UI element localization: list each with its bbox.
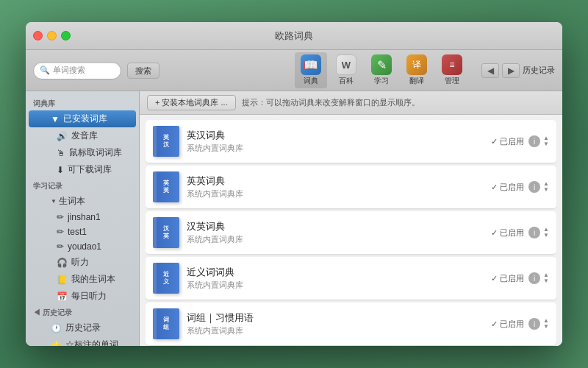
dict-info-1: 英汉词典 系统内置词典库 [187,129,491,154]
sidebar: 词典库 ▼ 已安装词库 🔊 发音库 🖱 鼠标取词词库 ⬇ 可下载词库 学习 [26,91,140,346]
nav-forward-button[interactable]: ▶ [502,63,520,78]
download-icon: ⬇ [57,165,64,175]
add-dict-button[interactable]: + 安装本地词典库 ... [147,95,236,110]
sort-arrows-5: ▲ ▼ [543,318,549,330]
wiki-icon: W [336,54,356,75]
sidebar-item-cursor-label: 鼠标取词词库 [69,146,122,159]
sidebar-item-audio-label: 发音库 [71,130,98,142]
dict-item-synonym[interactable]: 近义 近义词词典 系统内置词典库 ✓ 已启用 i ▲ ▼ [146,257,556,300]
sort-down-5[interactable]: ▼ [543,324,549,330]
toolbar-icons: 📖 词典 W 百科 ✎ 学习 译 翻译 ≡ 管理 [295,52,468,88]
sort-arrows-1: ▲ ▼ [543,135,549,147]
sidebar-item-test1[interactable]: ✏ test1 [29,224,136,239]
toolbar-manage-label: 管理 [445,76,459,86]
nav-back-button[interactable]: ◀ [481,63,499,78]
maximize-button[interactable] [61,31,71,40]
dict-item-phrase[interactable]: 词组 词组｜习惯用语 系统内置词典库 ✓ 已启用 i ▲ ▼ [146,302,556,346]
dict-list: 英汉 英汉词典 系统内置词典库 ✓ 已启用 i ▲ ▼ [140,115,562,346]
info-btn-5[interactable]: i [528,318,540,330]
toolbar-wiki-btn[interactable]: W 百科 [330,52,362,88]
search-button[interactable]: 搜索 [127,63,159,79]
dict-icon: 📖 [301,54,321,75]
dict-item-zh-en[interactable]: 英汉 英汉词典 系统内置词典库 ✓ 已启用 i ▲ ▼ [146,120,556,163]
dict-name-1: 英汉词典 [187,129,491,142]
toolbar-translate-btn[interactable]: 译 翻译 [401,52,433,88]
sort-down-4[interactable]: ▼ [543,278,549,284]
history-label: 历史记录 [523,65,555,76]
dict-item-en-zh[interactable]: 英英 英英词典 系统内置词典库 ✓ 已启用 i ▲ ▼ [146,166,556,209]
toolbar-wiki-label: 百科 [339,76,354,86]
sidebar-item-dailylisten-label: 每日听力 [71,290,107,302]
content-toolbar: + 安装本地词典库 ... 提示：可以拖动词典来改变解释窗口的显示顺序。 [140,91,562,115]
sidebar-item-download[interactable]: ⬇ 可下载词库 [29,161,136,178]
sidebar-item-youdao1-label: youdao1 [68,241,101,252]
toolbar: 🔍 单词搜索 搜索 📖 词典 W 百科 ✎ 学习 译 [26,50,562,91]
toolbar-manage-btn[interactable]: ≡ 管理 [436,52,468,88]
sidebar-item-jinshan1[interactable]: ✏ jinshan1 [29,210,136,224]
dict-book-icon-5: 词组 [153,308,179,339]
sidebar-item-myvocab-label: 我的生词本 [71,273,115,286]
sidebar-item-starred[interactable]: ⭐ ☆标注的单词 [29,336,136,346]
sort-down-2[interactable]: ▼ [543,187,549,193]
sidebar-item-cursor[interactable]: 🖱 鼠标取词词库 [29,144,136,161]
sidebar-section-learn: 学习记录 [26,178,139,193]
dict-item-zh-zh[interactable]: 汉英 汉英词典 系统内置词典库 ✓ 已启用 i ▲ ▼ [146,211,556,255]
sidebar-item-youdao1[interactable]: ✏ youdao1 [29,239,136,254]
toolbar-learn-btn[interactable]: ✎ 学习 [365,52,398,88]
dict-name-2: 英英词典 [187,174,491,188]
info-btn-1[interactable]: i [528,135,540,147]
sort-arrows-2: ▲ ▼ [543,181,549,193]
sidebar-item-jinshan1-label: jinshan1 [68,212,101,222]
dict-status-4: ✓ 已启用 [491,273,524,284]
sidebar-section-history: ◀ 历史记录 [26,305,139,319]
dict-type-3: 系统内置词典库 [187,234,491,245]
checkmark-4: ✓ 已启用 [491,273,524,284]
window-controls [33,31,71,40]
minimize-button[interactable] [47,31,57,40]
dict-book-icon-4: 近义 [153,263,179,294]
translate-icon: 译 [406,54,427,75]
starred-icon: ⭐ [51,340,62,347]
search-box: 🔍 单词搜索 [33,62,121,79]
test1-icon: ✏ [57,227,64,237]
dict-type-5: 系统内置词典库 [187,325,491,336]
dict-type-4: 系统内置词典库 [187,280,491,291]
toolbar-translate-label: 翻译 [409,76,424,86]
audio-icon: 🔊 [57,131,68,141]
toolbar-dict-label: 词典 [304,76,318,86]
info-btn-4[interactable]: i [528,272,540,284]
window-title: 欧路词典 [275,29,313,43]
sidebar-item-audio[interactable]: 🔊 发音库 [29,127,136,144]
sidebar-item-myvocab[interactable]: 📒 我的生词本 [29,271,136,288]
sidebar-item-listen-label: 听力 [71,256,89,269]
cursor-icon: 🖱 [57,148,65,158]
sort-arrows-4: ▲ ▼ [543,272,549,284]
sidebar-item-dailylisten[interactable]: 📅 每日听力 [29,288,136,305]
jinshan1-icon: ✏ [57,212,64,222]
info-btn-2[interactable]: i [528,181,540,193]
dict-name-3: 汉英词典 [187,220,491,233]
info-btn-3[interactable]: i [528,227,540,238]
close-button[interactable] [33,31,43,40]
sidebar-item-vocab-label: 生词本 [59,195,85,208]
search-input[interactable]: 单词搜索 [53,65,85,76]
sidebar-item-history-label: 历史记录 [65,322,101,334]
hint-text: 提示：可以拖动词典来改变解释窗口的显示顺序。 [242,97,420,108]
search-icon: 🔍 [40,66,50,75]
myvocab-icon: 📒 [57,275,68,285]
toolbar-dict-btn[interactable]: 📖 词典 [295,52,327,88]
sort-down-1[interactable]: ▼ [543,141,549,147]
sort-down-3[interactable]: ▼ [543,233,549,238]
checkmark-5: ✓ 已启用 [491,319,524,330]
sidebar-item-installed[interactable]: ▼ 已安装词库 [29,110,136,127]
sidebar-item-vocab[interactable]: ▼ 生词本 [29,193,136,210]
sidebar-item-listen[interactable]: 🎧 听力 [29,254,136,271]
dict-info-5: 词组｜习惯用语 系统内置词典库 [187,311,491,336]
dict-info-4: 近义词词典 系统内置词典库 [187,266,491,291]
sidebar-item-history[interactable]: 🕐 历史记录 [29,319,136,336]
desktop: 欧路词典 🔍 单词搜索 搜索 📖 词典 W 百科 ✎ [0,0,588,368]
learn-icon: ✎ [371,54,392,75]
dict-book-icon-3: 汉英 [153,217,179,248]
content-area: + 安装本地词典库 ... 提示：可以拖动词典来改变解释窗口的显示顺序。 英汉 … [140,91,562,346]
dict-book-icon-2: 英英 [153,171,179,202]
